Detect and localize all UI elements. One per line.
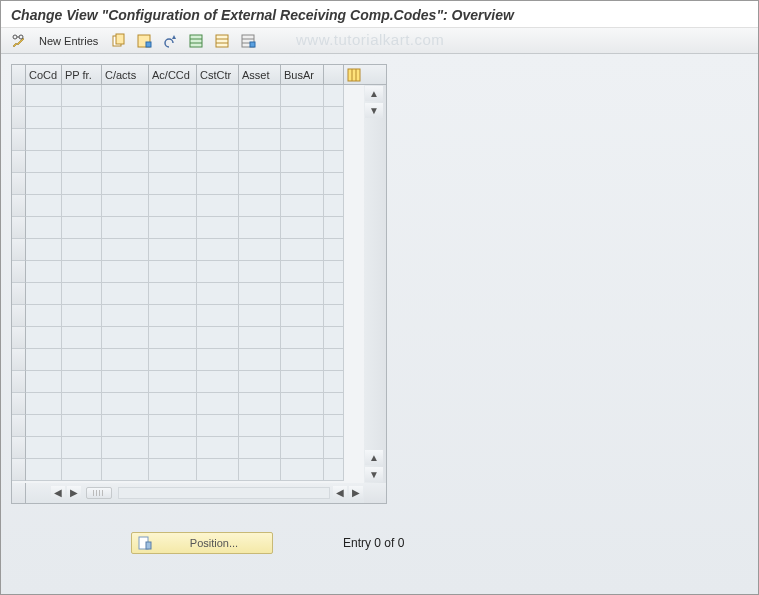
cell-pad[interactable]: [324, 129, 344, 151]
cell-pad[interactable]: [324, 349, 344, 371]
cell-Cacts[interactable]: [102, 107, 149, 129]
scroll-up-button-2[interactable]: ▲: [365, 450, 383, 465]
scroll-thumb[interactable]: [86, 487, 112, 499]
cell-CstCtr[interactable]: [197, 415, 239, 437]
row-selector[interactable]: [12, 327, 26, 349]
column-header-Asset[interactable]: Asset: [239, 65, 281, 84]
cell-CoCd[interactable]: [26, 85, 62, 107]
cell-CstCtr[interactable]: [197, 305, 239, 327]
cell-AcCCd[interactable]: [149, 239, 197, 261]
cell-pad[interactable]: [324, 459, 344, 481]
cell-BusAr[interactable]: [281, 459, 324, 481]
scroll-left-button-2[interactable]: ◀: [333, 486, 347, 500]
cell-Asset[interactable]: [239, 217, 281, 239]
cell-CoCd[interactable]: [26, 261, 62, 283]
new-entries-button[interactable]: New Entries: [33, 31, 104, 51]
cell-AcCCd[interactable]: [149, 305, 197, 327]
cell-PPfr[interactable]: [62, 415, 102, 437]
cell-CstCtr[interactable]: [197, 437, 239, 459]
cell-BusAr[interactable]: [281, 151, 324, 173]
cell-PPfr[interactable]: [62, 459, 102, 481]
cell-BusAr[interactable]: [281, 107, 324, 129]
cell-PPfr[interactable]: [62, 85, 102, 107]
cell-Cacts[interactable]: [102, 415, 149, 437]
row-selector[interactable]: [12, 173, 26, 195]
cell-CstCtr[interactable]: [197, 371, 239, 393]
cell-CoCd[interactable]: [26, 129, 62, 151]
cell-CstCtr[interactable]: [197, 261, 239, 283]
cell-Cacts[interactable]: [102, 239, 149, 261]
row-selector[interactable]: [12, 195, 26, 217]
row-selector[interactable]: [12, 437, 26, 459]
display-change-toggle-button[interactable]: [7, 31, 31, 51]
deselect-all-button[interactable]: [236, 31, 260, 51]
cell-CstCtr[interactable]: [197, 107, 239, 129]
cell-Asset[interactable]: [239, 437, 281, 459]
row-selector[interactable]: [12, 349, 26, 371]
row-selector[interactable]: [12, 217, 26, 239]
select-block-button[interactable]: [210, 31, 234, 51]
cell-pad[interactable]: [324, 393, 344, 415]
cell-BusAr[interactable]: [281, 393, 324, 415]
vertical-scrollbar[interactable]: ▲ ▼ ▲ ▼: [364, 85, 386, 483]
cell-Cacts[interactable]: [102, 305, 149, 327]
cell-pad[interactable]: [324, 283, 344, 305]
cell-BusAr[interactable]: [281, 173, 324, 195]
cell-Asset[interactable]: [239, 261, 281, 283]
cell-CstCtr[interactable]: [197, 195, 239, 217]
row-selector[interactable]: [12, 151, 26, 173]
row-selector[interactable]: [12, 239, 26, 261]
cell-BusAr[interactable]: [281, 349, 324, 371]
configure-columns-button[interactable]: [344, 65, 364, 84]
column-header-CoCd[interactable]: CoCd: [26, 65, 62, 84]
cell-AcCCd[interactable]: [149, 327, 197, 349]
cell-CoCd[interactable]: [26, 459, 62, 481]
cell-PPfr[interactable]: [62, 283, 102, 305]
cell-BusAr[interactable]: [281, 217, 324, 239]
cell-AcCCd[interactable]: [149, 261, 197, 283]
cell-PPfr[interactable]: [62, 305, 102, 327]
scrollbar-track[interactable]: [364, 119, 386, 449]
cell-BusAr[interactable]: [281, 327, 324, 349]
cell-Asset[interactable]: [239, 349, 281, 371]
column-header-BusAr[interactable]: BusAr: [281, 65, 324, 84]
copy-as-button[interactable]: [106, 31, 130, 51]
column-header-CstCtr[interactable]: CstCtr: [197, 65, 239, 84]
cell-CstCtr[interactable]: [197, 349, 239, 371]
cell-CoCd[interactable]: [26, 415, 62, 437]
cell-CoCd[interactable]: [26, 371, 62, 393]
cell-Asset[interactable]: [239, 283, 281, 305]
cell-pad[interactable]: [324, 437, 344, 459]
cell-CstCtr[interactable]: [197, 85, 239, 107]
cell-PPfr[interactable]: [62, 261, 102, 283]
cell-BusAr[interactable]: [281, 261, 324, 283]
cell-Asset[interactable]: [239, 327, 281, 349]
cell-CstCtr[interactable]: [197, 129, 239, 151]
cell-PPfr[interactable]: [62, 107, 102, 129]
cell-PPfr[interactable]: [62, 371, 102, 393]
cell-CoCd[interactable]: [26, 327, 62, 349]
cell-PPfr[interactable]: [62, 437, 102, 459]
row-selector[interactable]: [12, 129, 26, 151]
cell-CoCd[interactable]: [26, 283, 62, 305]
cell-PPfr[interactable]: [62, 217, 102, 239]
cell-Cacts[interactable]: [102, 85, 149, 107]
cell-PPfr[interactable]: [62, 239, 102, 261]
cell-CoCd[interactable]: [26, 195, 62, 217]
cell-CoCd[interactable]: [26, 239, 62, 261]
cell-Asset[interactable]: [239, 305, 281, 327]
cell-Asset[interactable]: [239, 393, 281, 415]
cell-Cacts[interactable]: [102, 283, 149, 305]
cell-AcCCd[interactable]: [149, 349, 197, 371]
cell-pad[interactable]: [324, 305, 344, 327]
cell-BusAr[interactable]: [281, 415, 324, 437]
cell-AcCCd[interactable]: [149, 415, 197, 437]
cell-CstCtr[interactable]: [197, 327, 239, 349]
row-selector[interactable]: [12, 459, 26, 481]
cell-pad[interactable]: [324, 261, 344, 283]
cell-Asset[interactable]: [239, 151, 281, 173]
cell-Asset[interactable]: [239, 195, 281, 217]
cell-CoCd[interactable]: [26, 173, 62, 195]
cell-Asset[interactable]: [239, 371, 281, 393]
position-button[interactable]: Position...: [131, 532, 273, 554]
